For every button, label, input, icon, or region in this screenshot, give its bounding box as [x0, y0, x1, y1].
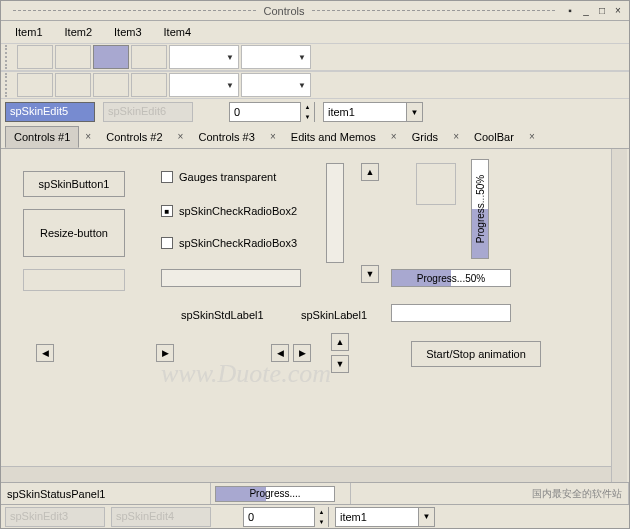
tab-close-icon[interactable]: × — [174, 131, 188, 142]
skin-button-1[interactable]: spSkinButton1 — [23, 171, 125, 197]
bottom-combo[interactable]: item1 ▼ — [335, 507, 435, 527]
body-hscrollbar[interactable] — [1, 466, 611, 482]
frame-box — [416, 163, 456, 205]
step-up-button[interactable]: ▲ — [331, 333, 349, 351]
app-window: Controls ▪ _ □ × Item1 Item2 Item3 Item4… — [0, 0, 630, 529]
checkbox-gauges[interactable]: Gauges transparent — [161, 171, 276, 183]
tb2-button-1[interactable] — [17, 73, 53, 97]
window-title: Controls — [264, 5, 305, 17]
panel-1 — [23, 269, 125, 291]
progress-label: Progress...50% — [475, 175, 486, 243]
chevron-down-icon: ▼ — [226, 81, 234, 90]
menu-item-1[interactable]: Item1 — [5, 23, 53, 41]
menu-item-4[interactable]: Item4 — [154, 23, 202, 41]
step-left-button[interactable]: ◀ — [271, 344, 289, 362]
tab-close-icon[interactable]: × — [81, 131, 95, 142]
tab-body: www.Duote.com spSkinButton1 Resize-butto… — [1, 149, 629, 482]
close-button[interactable]: × — [611, 4, 625, 18]
chevron-down-icon[interactable]: ▼ — [418, 508, 434, 526]
maximize-button[interactable]: □ — [595, 4, 609, 18]
tab-grids[interactable]: Grids — [403, 126, 447, 148]
combo-value: item1 — [336, 509, 418, 525]
scroll-down-button[interactable]: ▼ — [361, 265, 379, 283]
minimize-button[interactable]: _ — [579, 4, 593, 18]
checkbox-icon — [161, 237, 173, 249]
checkbox-checked-icon — [161, 205, 173, 217]
menu-item-3[interactable]: Item3 — [104, 23, 152, 41]
tab-close-icon[interactable]: × — [525, 131, 539, 142]
toolbar-2: ▼ ▼ — [1, 71, 629, 99]
spin-down-icon[interactable]: ▼ — [300, 112, 314, 122]
progress-label: Progress...50% — [392, 273, 510, 284]
spin-up-icon[interactable]: ▲ — [314, 507, 328, 517]
tb2-button-3[interactable] — [93, 73, 129, 97]
arrow-left-button[interactable]: ◀ — [36, 344, 54, 362]
status-panel-1: spSkinStatusPanel1 — [1, 483, 211, 504]
spin-edit[interactable]: ▲ ▼ — [229, 102, 315, 122]
body-vscrollbar[interactable] — [611, 149, 627, 482]
status-bar: spSkinStatusPanel1 Progress.... 国内最安全的软件… — [1, 482, 629, 504]
tb1-button-3-selected[interactable] — [93, 45, 129, 69]
tb2-dropdown-1[interactable]: ▼ — [169, 73, 239, 97]
tb2-button-2[interactable] — [55, 73, 91, 97]
vertical-progress: Progress...50% — [471, 159, 489, 259]
edit-row: spSkinEdit5 spSkinEdit6 ▲ ▼ item1 ▼ — [1, 99, 629, 125]
tb1-dropdown-1[interactable]: ▼ — [169, 45, 239, 69]
bottom-spin[interactable]: ▲ ▼ — [243, 507, 329, 527]
skin-edit-selected[interactable]: spSkinEdit5 — [5, 102, 95, 122]
resize-button[interactable]: Resize-button — [23, 209, 125, 257]
start-stop-button[interactable]: Start/Stop animation — [411, 341, 541, 367]
step-right-button[interactable]: ▶ — [293, 344, 311, 362]
tab-strip: Controls #1 × Controls #2 × Controls #3 … — [1, 125, 629, 149]
chevron-down-icon[interactable]: ▼ — [406, 103, 422, 121]
tb1-dropdown-2[interactable]: ▼ — [241, 45, 311, 69]
chevron-down-icon: ▼ — [298, 81, 306, 90]
tab-controls-2[interactable]: Controls #2 — [97, 126, 171, 148]
tab-close-icon[interactable]: × — [449, 131, 463, 142]
text-input[interactable] — [391, 304, 511, 322]
checkradio-3[interactable]: spSkinCheckRadioBox3 — [161, 237, 297, 249]
combo-box[interactable]: item1 ▼ — [323, 102, 423, 122]
toolbar-grip[interactable] — [5, 73, 11, 97]
menu-bar: Item1 Item2 Item3 Item4 — [1, 21, 629, 43]
tab-controls-3[interactable]: Controls #3 — [190, 126, 264, 148]
tab-close-icon[interactable]: × — [387, 131, 401, 142]
tb1-button-4[interactable] — [131, 45, 167, 69]
checkbox-label: spSkinCheckRadioBox2 — [179, 205, 297, 217]
spin-input[interactable] — [230, 104, 300, 120]
step-down-button[interactable]: ▼ — [331, 355, 349, 373]
bottom-spin-input[interactable] — [244, 509, 314, 525]
skin-label: spSkinLabel1 — [301, 309, 367, 321]
status-progress-label: Progress.... — [216, 487, 334, 501]
horizontal-scrollbar[interactable] — [161, 269, 301, 287]
checkradio-2[interactable]: spSkinCheckRadioBox2 — [161, 205, 297, 217]
footer-text: 国内最安全的软件站 — [532, 487, 622, 501]
tb1-button-2[interactable] — [55, 45, 91, 69]
status-progress: Progress.... — [215, 486, 335, 502]
tab-controls-1[interactable]: Controls #1 — [5, 126, 79, 148]
tab-edits-memos[interactable]: Edits and Memos — [282, 126, 385, 148]
rollup-button[interactable]: ▪ — [563, 4, 577, 18]
std-label: spSkinStdLabel1 — [181, 309, 264, 321]
checkbox-label: spSkinCheckRadioBox3 — [179, 237, 297, 249]
chevron-down-icon: ▼ — [226, 53, 234, 62]
checkbox-label: Gauges transparent — [179, 171, 276, 183]
watermark: www.Duote.com — [161, 359, 331, 389]
tb2-button-4[interactable] — [131, 73, 167, 97]
spin-up-icon[interactable]: ▲ — [300, 102, 314, 112]
bottom-edit-2: spSkinEdit4 — [111, 507, 211, 527]
arrow-right-button[interactable]: ▶ — [156, 344, 174, 362]
vertical-scrollbar[interactable] — [326, 163, 344, 263]
tab-close-icon[interactable]: × — [266, 131, 280, 142]
tb1-button-1[interactable] — [17, 45, 53, 69]
tab-coolbar[interactable]: CoolBar — [465, 126, 523, 148]
toolbar-grip[interactable] — [5, 45, 11, 69]
title-bar: Controls ▪ _ □ × — [1, 1, 629, 21]
spin-down-icon[interactable]: ▼ — [314, 517, 328, 527]
bottom-edit-1: spSkinEdit3 — [5, 507, 105, 527]
tb2-dropdown-2[interactable]: ▼ — [241, 73, 311, 97]
menu-item-2[interactable]: Item2 — [55, 23, 103, 41]
skin-edit-disabled: spSkinEdit6 — [103, 102, 193, 122]
combo-value: item1 — [324, 104, 406, 120]
scroll-up-button[interactable]: ▲ — [361, 163, 379, 181]
